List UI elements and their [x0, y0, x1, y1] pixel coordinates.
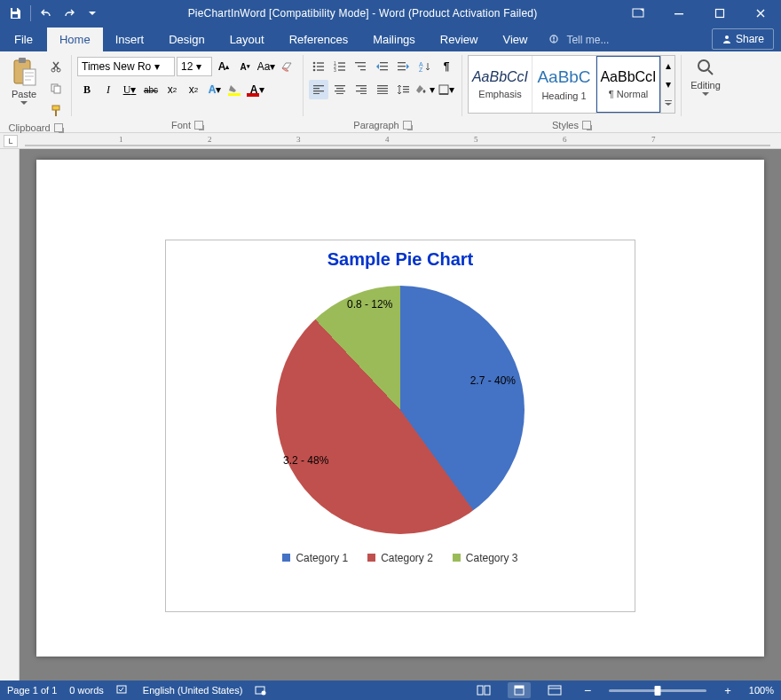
style-emphasis[interactable]: AaBbCcI Emphasis [469, 56, 532, 113]
align-center-button[interactable] [330, 80, 350, 99]
styles-launcher[interactable] [582, 121, 591, 130]
svg-rect-82 [548, 686, 561, 695]
minimize-button[interactable] [659, 0, 699, 27]
svg-rect-55 [377, 85, 388, 86]
page[interactable]: Sample Pie Chart 2.7 - 40% 3.2 - 48% 0.8… [36, 160, 764, 657]
maximize-button[interactable] [699, 0, 740, 27]
show-hide-button[interactable]: ¶ [437, 57, 456, 76]
italic-button[interactable]: I [99, 80, 118, 99]
svg-rect-15 [54, 86, 60, 93]
shading-button[interactable]: ▾ [415, 80, 435, 99]
text-effects-button[interactable]: A▾ [205, 80, 225, 99]
cut-button[interactable] [46, 57, 66, 76]
svg-rect-11 [23, 69, 36, 85]
svg-rect-37 [380, 69, 388, 70]
status-language[interactable]: English (United States) [143, 685, 243, 696]
justify-button[interactable] [373, 80, 392, 99]
tab-selector[interactable]: L [4, 135, 18, 147]
shrink-font-button[interactable]: A▾ [235, 57, 255, 76]
superscript-button[interactable]: x2 [184, 80, 203, 99]
document-area: Sample Pie Chart 2.7 - 40% 3.2 - 48% 0.8… [0, 149, 781, 680]
sort-button[interactable]: AZ [415, 57, 435, 76]
font-size-combo[interactable]: 12 ▾ [177, 57, 212, 76]
tab-home[interactable]: Home [47, 28, 103, 51]
macro-record-icon[interactable] [255, 685, 267, 696]
styles-scroll: ▴ ▾ [660, 56, 674, 113]
svg-rect-56 [377, 88, 388, 89]
spellcheck-icon[interactable] [116, 685, 130, 696]
borders-button[interactable]: ▾ [437, 80, 456, 99]
style-normal[interactable]: AaBbCcI ¶ Normal [596, 56, 660, 113]
increase-indent-button[interactable] [394, 57, 414, 76]
clipboard-launcher[interactable] [54, 123, 63, 132]
tab-insert[interactable]: Insert [103, 28, 157, 51]
format-painter-button[interactable] [46, 101, 66, 121]
share-button[interactable]: Share [712, 28, 774, 50]
tab-mailings[interactable]: Mailings [360, 28, 428, 51]
multilevel-list-button[interactable] [351, 57, 371, 76]
status-words[interactable]: 0 words [69, 685, 104, 696]
bold-button[interactable]: B [77, 80, 97, 99]
styles-scroll-down[interactable]: ▾ [661, 75, 674, 93]
subscript-button[interactable]: x2 [162, 80, 182, 99]
paste-button[interactable]: Paste [5, 53, 43, 106]
svg-rect-25 [317, 69, 324, 70]
bullets-button[interactable] [309, 57, 328, 76]
svg-rect-31 [338, 69, 345, 70]
close-button[interactable] [740, 0, 781, 27]
svg-rect-33 [358, 66, 366, 67]
grow-font-button[interactable]: A▴ [214, 57, 233, 76]
align-right-button[interactable] [351, 80, 371, 99]
svg-rect-32 [355, 62, 366, 63]
styles-expand[interactable] [661, 94, 674, 113]
highlight-button[interactable] [226, 80, 246, 99]
font-color-button[interactable]: A▾ [248, 80, 267, 99]
web-layout-button[interactable] [543, 682, 566, 698]
document-canvas[interactable]: Sample Pie Chart 2.7 - 40% 3.2 - 48% 0.8… [20, 149, 781, 680]
svg-rect-27 [338, 62, 345, 63]
undo-icon[interactable] [36, 4, 56, 23]
numbering-button[interactable]: 123 [330, 57, 350, 76]
zoom-level[interactable]: 100% [749, 685, 774, 696]
align-left-button[interactable] [309, 80, 328, 99]
underline-button[interactable]: U▾ [120, 80, 139, 99]
svg-rect-34 [360, 69, 366, 70]
font-name-combo[interactable]: Times New Ro ▾ [77, 57, 175, 76]
qat-customize-icon[interactable] [83, 4, 102, 23]
tab-file[interactable]: File [0, 28, 47, 51]
tab-layout[interactable]: Layout [217, 28, 277, 51]
horizontal-ruler[interactable]: L 123 456 7 [0, 133, 781, 149]
clear-formatting-button[interactable] [278, 57, 297, 76]
save-icon[interactable] [5, 4, 25, 23]
pie-chart-object[interactable]: Sample Pie Chart 2.7 - 40% 3.2 - 48% 0.8… [165, 240, 635, 612]
zoom-in-button[interactable]: + [719, 684, 737, 697]
change-case-button[interactable]: Aa▾ [256, 57, 276, 76]
tab-references[interactable]: References [277, 28, 360, 51]
line-spacing-button[interactable] [394, 80, 414, 99]
font-launcher[interactable] [194, 121, 203, 130]
tab-view[interactable]: View [490, 28, 540, 51]
chevron-down-icon[interactable]: ▾ [154, 60, 160, 73]
styles-gallery: AaBbCcI Emphasis AaBbC Heading 1 AaBbCcI… [468, 55, 675, 114]
read-mode-button[interactable] [472, 682, 495, 698]
status-page[interactable]: Page 1 of 1 [7, 685, 57, 696]
zoom-slider[interactable] [609, 689, 706, 692]
svg-rect-59 [403, 86, 409, 87]
ribbon-display-options-icon[interactable] [618, 0, 659, 27]
tab-design[interactable]: Design [156, 28, 217, 51]
tell-me-search[interactable]: Tell me... [540, 28, 618, 51]
zoom-out-button[interactable]: − [579, 683, 596, 697]
print-layout-button[interactable] [508, 682, 531, 698]
copy-button[interactable] [46, 79, 66, 98]
decrease-indent-button[interactable] [373, 57, 392, 76]
paragraph-launcher[interactable] [403, 121, 412, 130]
chevron-down-icon[interactable]: ▾ [196, 60, 201, 73]
editing-button[interactable]: Editing [687, 53, 724, 97]
vertical-ruler[interactable] [0, 149, 20, 680]
style-heading1[interactable]: AaBbC Heading 1 [532, 56, 596, 113]
strikethrough-button[interactable]: abc [141, 80, 161, 99]
tab-review[interactable]: Review [428, 28, 491, 51]
styles-scroll-up[interactable]: ▴ [661, 56, 674, 75]
redo-icon[interactable] [59, 4, 79, 23]
svg-rect-0 [12, 8, 17, 12]
